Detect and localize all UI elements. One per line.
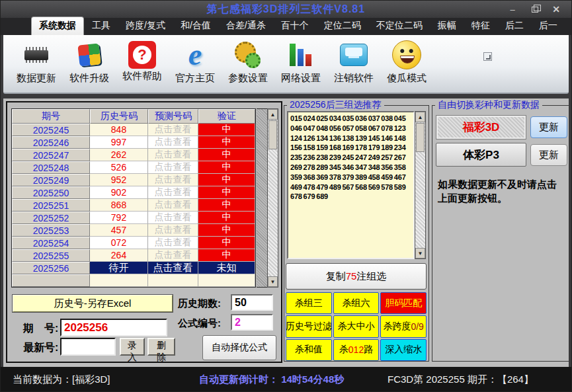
predict-link[interactable]: 点击查看 — [148, 224, 198, 237]
numbers-scrollbar[interactable] — [415, 111, 426, 259]
table-row[interactable]: 2025256 待开 点击查看 未知 — [12, 262, 255, 274]
scroll-thumb[interactable] — [416, 123, 425, 152]
menu-tab[interactable]: 不定位二码 — [369, 17, 430, 35]
close-icon[interactable]: ✕ — [549, 3, 563, 15]
menu-tab[interactable]: 合差/通杀 — [219, 17, 273, 35]
predict-link[interactable]: 点击查看 — [148, 174, 198, 186]
fc3d-button[interactable]: 福彩3D — [436, 115, 526, 139]
copy-selection-button[interactable]: 复制75注组选 — [286, 263, 427, 290]
enter-button[interactable]: 录入 — [120, 338, 145, 356]
period-label: 期 号: — [23, 322, 58, 336]
history-number-cell: 952 — [90, 174, 148, 186]
verify-cell: 未知 — [198, 262, 255, 274]
table-scrollbar[interactable] — [267, 108, 278, 288]
period-cell — [12, 274, 90, 287]
formula-number-input[interactable] — [231, 314, 273, 331]
filter-button[interactable]: 杀跨度0/9 — [380, 315, 427, 337]
toolbar-button[interactable]: 参数设置 — [222, 39, 274, 85]
menu-tab[interactable]: 跨度/复式 — [118, 17, 173, 35]
recommend-numbers-box[interactable]: 015 024 025 034 035 036 037 038 045 046 … — [287, 111, 415, 259]
update-tcp3-button[interactable]: 更新 — [530, 144, 567, 166]
app-window: 第七感福彩3D排列三软件V8.81 – ✕ 系统数据 工具 跨度/复式 和/合值… — [0, 0, 572, 392]
filter-button[interactable]: 深入缩水 — [380, 339, 427, 361]
toolbar-button[interactable]: 官方主页 — [169, 39, 222, 85]
history-count-input[interactable] — [231, 294, 273, 311]
minimize-icon[interactable]: – — [505, 3, 520, 15]
table-row[interactable]: 2025250 902 点击查看 中 — [12, 186, 255, 199]
column-header[interactable]: 历史号码 — [90, 109, 148, 124]
update-fc3d-button[interactable]: 更新 — [530, 116, 567, 138]
table-row[interactable]: 2025253 457 点击查看 中 — [12, 224, 255, 237]
formula-number-label: 公式编号: — [178, 317, 221, 330]
period-input[interactable] — [60, 319, 167, 336]
table-row[interactable]: 2025247 262 点击查看 中 — [12, 149, 255, 161]
filter-button[interactable]: 历史号过滤 — [286, 315, 332, 337]
scroll-down-icon[interactable] — [415, 248, 425, 258]
scroll-up-icon[interactable] — [268, 109, 278, 120]
column-header[interactable]: 验证 — [198, 109, 255, 124]
toolbar-button[interactable]: 软件帮助 — [116, 39, 169, 83]
filter-button[interactable]: 杀和值 — [286, 339, 332, 361]
lottery-switch-panel-title: 自由切换彩种和更新数据 — [435, 99, 542, 111]
toolbar-button[interactable]: 注销软件 — [327, 39, 380, 85]
column-header[interactable]: 预测号码 — [148, 109, 198, 124]
predict-link[interactable]: 点击查看 — [148, 199, 198, 212]
filter-button[interactable]: 杀012路 — [333, 339, 380, 361]
filter-button[interactable]: 杀大中小 — [333, 315, 380, 337]
copy-button-text: 复制 — [326, 270, 346, 282]
tcp3-button[interactable]: 体彩P3 — [436, 143, 526, 167]
toolbar-button[interactable]: 网络设置 — [274, 39, 327, 85]
toolbar-button[interactable]: 软件升级 — [63, 39, 116, 85]
recommend-panel-title: 2025256后三组选推荐 — [287, 99, 384, 111]
period-cell: 2025255 — [12, 249, 90, 262]
table-row[interactable]: 2025255 264 点击查看 中 — [12, 249, 255, 262]
menu-tab[interactable]: 百十个 — [274, 17, 316, 35]
history-number-cell — [90, 274, 148, 287]
predict-link[interactable]: 点击查看 — [148, 149, 198, 161]
column-header[interactable]: 期号 — [12, 109, 90, 124]
latest-number-label: 最新号: — [23, 341, 58, 355]
toolbar-button[interactable]: 数据更新 — [10, 39, 63, 85]
scroll-down-icon[interactable] — [268, 276, 278, 287]
status-bar: 当前数据为：[福彩3D] 自动更新倒计时： 14时54分48秒 FC3D第 20… — [1, 367, 571, 391]
delete-button[interactable]: 删除 — [147, 338, 175, 356]
predict-link[interactable]: 点击查看 — [148, 124, 198, 136]
menu-tab[interactable]: 后一 — [532, 17, 565, 35]
table-row[interactable]: 2025251 868 点击查看 中 — [12, 199, 255, 212]
predict-link[interactable]: 点击查看 — [148, 212, 198, 224]
auto-formula-button[interactable]: 自动择优公式 — [202, 335, 276, 360]
filter-button[interactable]: 杀组六 — [333, 292, 380, 314]
table-row[interactable]: 2025254 072 点击查看 中 — [12, 237, 255, 249]
table-row[interactable]: 2025249 952 点击查看 中 — [12, 174, 255, 186]
scroll-thumb[interactable] — [268, 120, 277, 149]
predict-link[interactable]: 点击查看 — [148, 237, 198, 249]
menu-tab[interactable]: 振幅 — [430, 17, 464, 35]
table-row[interactable]: 2025246 997 点击查看 中 — [12, 136, 255, 149]
menu-tab[interactable]: 特征 — [464, 17, 497, 35]
filter-button[interactable]: 胆码匹配 — [380, 292, 427, 314]
menu-tab[interactable]: 后二 — [498, 17, 531, 35]
toolbar-overflow-icon[interactable] — [483, 52, 492, 61]
table-row[interactable]: 2025245 848 点击查看 中 — [12, 124, 255, 136]
export-excel-button[interactable]: 历史号-另存Excel — [13, 295, 173, 312]
table-header-row: 期号 历史号码 预测号码 验证 — [12, 109, 255, 124]
latest-number-input[interactable] — [60, 338, 116, 356]
predict-link[interactable]: 点击查看 — [148, 136, 198, 149]
predict-link[interactable]: 点击查看 — [148, 249, 198, 262]
predict-link[interactable]: 点击查看 — [148, 186, 198, 199]
restore-icon[interactable] — [528, 3, 542, 15]
toolbar-icon — [232, 39, 264, 71]
toolbar-button[interactable]: 傻瓜模式 — [380, 39, 433, 85]
table-row[interactable]: 2025252 792 点击查看 中 — [12, 212, 255, 224]
toolbar-icon — [338, 39, 370, 71]
filter-button[interactable]: 杀组三 — [286, 292, 332, 314]
table-row[interactable]: 2025248 526 点击查看 中 — [12, 161, 255, 174]
predict-link[interactable]: 点击查看 — [148, 262, 198, 274]
menu-tab[interactable]: 计划 — [565, 17, 572, 35]
menu-tab[interactable]: 和/合值 — [173, 17, 218, 35]
menu-tab[interactable]: 工具 — [85, 17, 118, 35]
predict-link[interactable]: 点击查看 — [148, 161, 198, 174]
scroll-up-icon[interactable] — [415, 112, 425, 122]
menu-tab[interactable]: 定位二码 — [317, 17, 368, 35]
menu-tab[interactable]: 系统数据 — [31, 17, 84, 35]
